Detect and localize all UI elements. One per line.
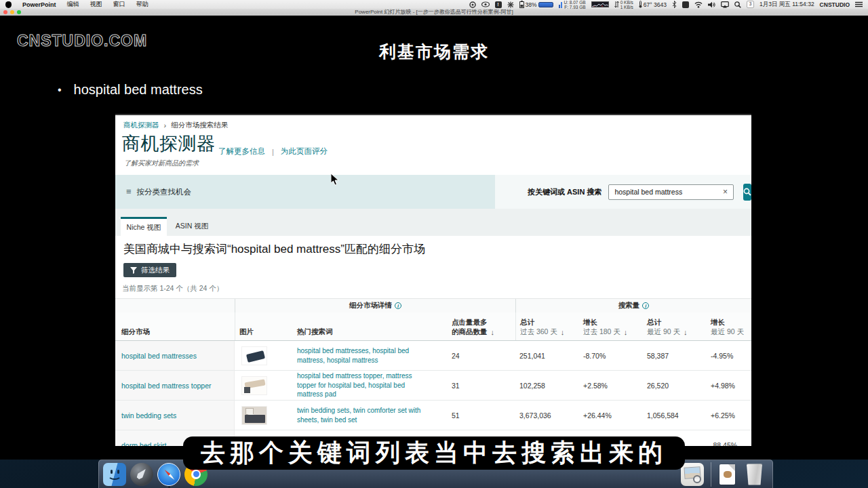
calendar-icon[interactable]: 3 xyxy=(747,1,754,8)
menu-help[interactable]: 帮助 xyxy=(136,0,149,9)
dock-trash-icon[interactable] xyxy=(743,463,766,486)
total-90-value: 26,520 xyxy=(643,371,707,400)
airplay-icon[interactable] xyxy=(721,1,729,8)
info-icon[interactable]: i xyxy=(642,302,649,309)
growth-180-value: -8.70% xyxy=(579,341,643,370)
divider: | xyxy=(272,148,274,156)
apple-icon[interactable] xyxy=(5,1,12,8)
cpu-graph-icon[interactable] xyxy=(591,1,609,7)
keywords-link[interactable]: twin bedding sets, twin comforter set wi… xyxy=(297,406,448,424)
list-icon[interactable] xyxy=(855,1,863,7)
niche-link[interactable]: dorm bed skirt xyxy=(121,441,167,447)
growth-180-value: +2.58% xyxy=(579,371,643,400)
page-tagline: 了解买家对新商品的需求 xyxy=(124,159,199,168)
search-label: 按关键词或 ASIN 搜索 xyxy=(528,187,601,197)
search-icon xyxy=(743,188,751,196)
window-title: PowerPoint 幻灯片放映 - [一步一步教你选品可行性分析案例-阿甘] xyxy=(0,9,868,16)
dock-finder-icon[interactable] xyxy=(103,463,126,486)
page-title: 商机探测器 xyxy=(122,131,216,156)
network-indicator[interactable]: 0 KB/s1 KB/s xyxy=(614,0,633,9)
product-thumbnail[interactable] xyxy=(241,406,267,425)
total-360-value: 251,041 xyxy=(515,341,579,370)
growth-90-value: -4.95% xyxy=(707,341,751,370)
total-90-value: 1,056,584 xyxy=(643,401,707,430)
eye-icon[interactable] xyxy=(481,1,490,7)
growth-90-value: +6.25% xyxy=(707,401,751,430)
growth-180-value: +26.44% xyxy=(579,401,643,430)
search-input-box[interactable]: × xyxy=(608,184,734,200)
warning-icon[interactable]: ! xyxy=(495,1,502,8)
total-360-value: 102,258 xyxy=(515,371,579,400)
tab-niche-view[interactable]: Niche 视图 xyxy=(121,217,167,236)
product-thumbnail[interactable] xyxy=(241,346,267,365)
clicked-products-value: 31 xyxy=(448,371,515,400)
wifi-icon[interactable] xyxy=(694,1,703,8)
sort-arrow-icon[interactable]: ↓ xyxy=(624,328,628,336)
niche-table: 细分市场详情 i 搜索量 i 细分市场 图片 热门搜索词 点击量最多 的商品数量… xyxy=(115,298,751,446)
dock-document-icon[interactable] xyxy=(715,463,738,486)
tab-asin-view[interactable]: ASIN 视图 xyxy=(172,217,212,236)
dock-preview-icon[interactable] xyxy=(681,463,704,486)
niche-link[interactable]: hospital bed mattresses xyxy=(121,352,197,360)
niche-link[interactable]: twin bedding sets xyxy=(121,411,176,420)
menu-edit[interactable]: 编辑 xyxy=(67,0,79,9)
keywords-link[interactable]: hospital bed mattress topper, mattress t… xyxy=(297,371,448,399)
sort-arrow-icon[interactable]: ↓ xyxy=(561,328,565,336)
sort-arrow-icon[interactable]: ↓ xyxy=(684,328,688,336)
growth-90-value: +4.98% xyxy=(707,371,751,400)
view-tabs: Niche 视图 ASIN 视图 xyxy=(115,209,751,236)
menu-bar: PowerPoint 编辑 视图 窗口 帮助 ! 38% U: 8.07 GBF… xyxy=(0,0,868,9)
table-row: hospital bed mattresses hospital bed mat… xyxy=(115,341,751,371)
product-thumbnail[interactable] xyxy=(241,376,267,395)
input-source-icon[interactable] xyxy=(682,1,689,8)
bluetooth-icon[interactable] xyxy=(672,1,677,8)
clicked-products-value: 24 xyxy=(448,341,515,370)
niche-link[interactable]: hospital bed mattress topper xyxy=(121,382,212,390)
user-menu[interactable]: CNSTUDIO xyxy=(820,1,850,8)
clear-search-icon[interactable]: × xyxy=(723,187,728,197)
menu-window[interactable]: 窗口 xyxy=(113,0,125,9)
table-header-row: 细分市场 图片 热门搜索词 点击量最多 的商品数量 ↓ 总计 过去 360 天 … xyxy=(115,312,751,341)
total-90-value: 58,387 xyxy=(643,341,707,370)
hamburger-icon: ≡ xyxy=(126,188,132,195)
table-group-header: 细分市场详情 i 搜索量 i xyxy=(115,299,751,312)
mouse-cursor xyxy=(331,174,340,189)
filter-results-button[interactable]: 筛选结果 xyxy=(123,263,176,277)
chevron-right-icon: › xyxy=(164,121,167,129)
spotlight-icon[interactable] xyxy=(734,1,741,8)
window-title-bar: PowerPoint 幻灯片放映 - [一步一步教你选品可行性分析案例-阿甘] xyxy=(0,9,868,16)
info-icon[interactable]: i xyxy=(395,302,401,309)
sort-arrow-icon[interactable]: ↓ xyxy=(491,328,495,336)
learn-more-link[interactable]: 了解更多信息 xyxy=(218,146,265,157)
clicked-products-value: 51 xyxy=(448,401,515,430)
funnel-icon xyxy=(130,267,137,274)
rate-page-link[interactable]: 为此页面评分 xyxy=(281,146,328,157)
keywords-link[interactable]: hospital bed mattresses, hospital bed ma… xyxy=(297,346,448,365)
category-toggle-label: 按分类查找机会 xyxy=(137,187,192,197)
memory-indicator[interactable]: U: 8.07 GBF: 7.93 GB xyxy=(559,0,586,9)
bullet-icon: • xyxy=(58,84,62,96)
menu-view[interactable]: 视图 xyxy=(90,0,102,9)
menu-powerpoint[interactable]: PowerPoint xyxy=(22,1,56,8)
results-count: 当前显示第 1-24 个（共 24 个） xyxy=(122,284,223,293)
clock-text[interactable]: 1月3日 周五 11:54:32 xyxy=(760,1,814,9)
breadcrumb-root-link[interactable]: 商机探测器 xyxy=(123,121,159,130)
bullet-text: hospital bed mattress xyxy=(74,82,203,98)
search-band: ≡ 按分类查找机会 按关键词或 ASIN 搜索 × xyxy=(115,175,751,209)
search-input[interactable] xyxy=(614,188,723,196)
dock-separator xyxy=(711,462,711,487)
subtitle-caption: 去那个关键词列表当中去搜索出来的 xyxy=(183,436,685,470)
search-button[interactable] xyxy=(743,184,751,201)
asterisk-icon[interactable] xyxy=(507,1,514,8)
battery-indicator[interactable]: 38% xyxy=(519,1,553,8)
app-status-icon[interactable] xyxy=(469,1,476,8)
temp-fan-indicator[interactable]: 67° 3643 xyxy=(639,1,667,8)
presentation-slide: CNSTUDIO.COM 利基市场需求 • hospital bed mattr… xyxy=(0,16,868,460)
category-toggle[interactable]: ≡ 按分类查找机会 xyxy=(115,175,495,209)
slide-bullet: • hospital bed mattress xyxy=(58,82,203,98)
breadcrumb: 商机探测器 › 细分市场搜索结果 xyxy=(123,121,228,130)
dock-safari-icon[interactable] xyxy=(157,463,180,486)
volume-icon[interactable] xyxy=(708,1,715,8)
total-360-value: 3,673,036 xyxy=(515,401,579,430)
dock-launchpad-icon[interactable] xyxy=(130,463,153,486)
